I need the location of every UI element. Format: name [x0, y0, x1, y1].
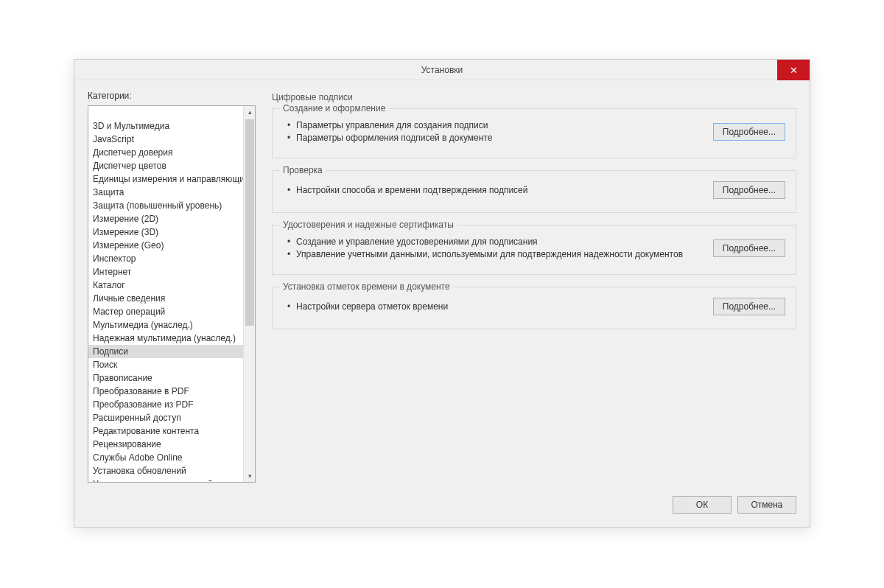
dialog-footer: ОК Отмена — [74, 487, 810, 527]
more-button[interactable]: Подробнее... — [713, 181, 785, 199]
categories-label: Категории: — [88, 91, 256, 101]
more-button[interactable]: Подробнее... — [713, 298, 785, 315]
group-legend: Проверка — [280, 165, 326, 175]
settings-group: Установка отметок времени в документеНас… — [272, 287, 796, 329]
ok-button[interactable]: ОК — [673, 496, 732, 514]
titlebar[interactable]: Установки ✕ — [74, 60, 810, 80]
group-body: Настройки сервера отметок времениПодробн… — [283, 298, 785, 315]
bullet-item: Параметры управления для создания подпис… — [296, 119, 492, 132]
list-item[interactable]: Преобразование в PDF — [88, 385, 243, 398]
list-item[interactable] — [88, 108, 243, 119]
settings-group: Создание и оформлениеПараметры управлени… — [272, 108, 796, 158]
list-item[interactable]: Каталог — [88, 279, 243, 292]
list-item[interactable]: Измерение (Geo) — [88, 239, 243, 252]
list-item[interactable]: Службы Adobe Online — [88, 451, 243, 464]
close-button[interactable]: ✕ — [777, 60, 810, 80]
list-item[interactable]: Редактирование контента — [88, 424, 243, 438]
list-item[interactable]: Расширенный доступ — [88, 411, 243, 424]
panel-title: Цифровые подписи — [272, 92, 796, 102]
list-item[interactable]: Измерение (2D) — [88, 212, 243, 225]
list-item[interactable]: Интернет — [88, 265, 243, 279]
group-legend: Удостоверения и надежные сертификаты — [280, 220, 457, 230]
bullet-item: Параметры оформления подписей в документ… — [296, 132, 492, 144]
preferences-dialog: Установки ✕ Категории: 3D и МультимедиаJ… — [74, 59, 810, 528]
list-item[interactable]: Измерение (3D) — [88, 225, 243, 239]
list-item[interactable]: Поиск — [88, 358, 243, 371]
list-item[interactable]: Надежная мультимедиа (унаслед.) — [88, 332, 243, 345]
list-item[interactable]: Мастер операций — [88, 305, 243, 318]
more-button[interactable]: Подробнее... — [713, 239, 785, 257]
list-item[interactable]: Преобразование из PDF — [88, 398, 243, 411]
group-bullets: Создание и управление удостоверениями дл… — [283, 236, 683, 261]
bullet-item: Создание и управление удостоверениями дл… — [296, 236, 683, 248]
scroll-thumb[interactable] — [245, 119, 254, 326]
categories-column: Категории: 3D и МультимедиаJavaScriptДис… — [88, 91, 256, 483]
scrollbar[interactable]: ▴ ▾ — [243, 106, 255, 482]
group-legend: Установка отметок времени в документе — [280, 281, 453, 292]
group-legend: Создание и оформление — [280, 103, 388, 113]
group-bullets: Настройки способа и времени подтверждени… — [283, 184, 527, 197]
settings-group: Удостоверения и надежные сертификатыСозд… — [272, 225, 796, 275]
group-body: Настройки способа и времени подтверждени… — [283, 181, 785, 199]
categories-listbox[interactable]: 3D и МультимедиаJavaScriptДиспетчер дове… — [88, 105, 256, 483]
list-item[interactable]: Рецензирование — [88, 438, 243, 451]
categories-list[interactable]: 3D и МультимедиаJavaScriptДиспетчер дове… — [88, 106, 243, 482]
bullet-item: Управление учетными данными, используемы… — [296, 248, 683, 261]
settings-panel: Цифровые подписи Создание и оформлениеПа… — [272, 91, 796, 483]
settings-group: ПроверкаНастройки способа и времени подт… — [272, 170, 796, 213]
bullet-item: Настройки способа и времени подтверждени… — [296, 184, 527, 197]
list-item[interactable]: Защита (повышенный уровень) — [88, 199, 243, 212]
dialog-content: Категории: 3D и МультимедиаJavaScriptДис… — [74, 80, 810, 487]
group-body: Параметры управления для создания подпис… — [283, 119, 785, 144]
bullet-item: Настройки сервера отметок времени — [296, 301, 448, 313]
group-bullets: Настройки сервера отметок времени — [283, 301, 448, 313]
window-title: Установки — [421, 65, 463, 75]
list-item[interactable]: JavaScript — [88, 133, 243, 146]
group-bullets: Параметры управления для создания подпис… — [283, 119, 492, 144]
list-item[interactable]: Диспетчер доверия — [88, 146, 243, 159]
list-item[interactable]: Инспектор — [88, 252, 243, 265]
close-icon: ✕ — [790, 65, 798, 76]
list-item[interactable]: Подписи — [88, 345, 243, 358]
list-item[interactable]: Учетные записи электронной почты — [88, 477, 243, 482]
scroll-up-icon[interactable]: ▴ — [244, 106, 256, 118]
cancel-button[interactable]: Отмена — [737, 496, 796, 514]
list-item[interactable]: Защита — [88, 186, 243, 199]
list-item[interactable]: Диспетчер цветов — [88, 159, 243, 172]
list-item[interactable]: Мультимедиа (унаслед.) — [88, 318, 243, 332]
list-item[interactable]: Установка обновлений — [88, 464, 243, 477]
list-item[interactable]: Единицы измерения и направляющие — [88, 172, 243, 186]
list-item[interactable]: Правописание — [88, 371, 243, 385]
list-item[interactable]: Личные сведения — [88, 292, 243, 305]
more-button[interactable]: Подробнее... — [713, 123, 785, 141]
list-item[interactable]: 3D и Мультимедиа — [88, 119, 243, 133]
group-body: Создание и управление удостоверениями дл… — [283, 236, 785, 261]
scroll-down-icon[interactable]: ▾ — [244, 470, 256, 482]
